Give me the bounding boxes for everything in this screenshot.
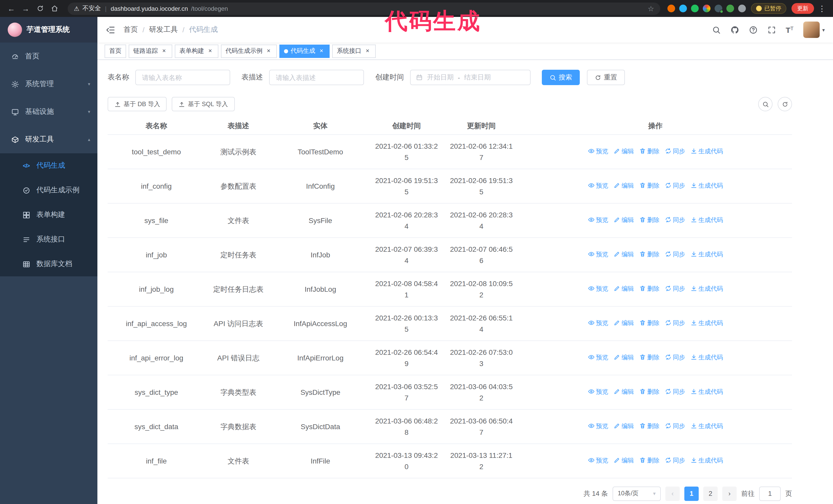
sidebar-item-infra[interactable]: 基础设施▾: [0, 98, 97, 126]
tab-close-icon[interactable]: ×: [207, 47, 214, 55]
forward-icon[interactable]: →: [20, 2, 32, 15]
breadcrumb-item[interactable]: 首页: [123, 25, 138, 34]
home-icon[interactable]: [48, 2, 61, 15]
fox-extension-icon[interactable]: [667, 5, 675, 12]
preview-link[interactable]: 预览: [588, 180, 608, 191]
tab-close-icon[interactable]: ×: [364, 47, 371, 55]
tab-代码生成示例[interactable]: 代码生成示例×: [221, 44, 277, 58]
generate-code-link[interactable]: 生成代码: [690, 146, 723, 157]
preview-link[interactable]: 预览: [588, 455, 608, 466]
page-button-1[interactable]: 1: [684, 486, 699, 501]
edit-link[interactable]: 编辑: [613, 146, 634, 157]
fullscreen-icon[interactable]: [767, 25, 776, 34]
colorful-extension-icon[interactable]: [703, 5, 711, 12]
edit-link[interactable]: 编辑: [613, 317, 634, 329]
generate-code-link[interactable]: 生成代码: [690, 421, 723, 432]
sidebar-item-system[interactable]: 系统管理▾: [0, 70, 97, 98]
import-db-button[interactable]: 基于 DB 导入: [108, 97, 167, 111]
app-logo-row[interactable]: 芋道管理系统: [0, 17, 97, 43]
preview-link[interactable]: 预览: [588, 352, 608, 363]
github-icon[interactable]: [730, 25, 739, 34]
sidebar-item-db-doc[interactable]: 数据库文档: [0, 252, 97, 277]
generate-code-link[interactable]: 生成代码: [690, 317, 723, 329]
edit-link[interactable]: 编辑: [613, 214, 634, 225]
page-button-2[interactable]: 2: [703, 486, 718, 501]
update-button[interactable]: 更新: [791, 3, 814, 14]
tab-链路追踪[interactable]: 链路追踪×: [129, 44, 172, 58]
delete-link[interactable]: 删除: [639, 283, 660, 294]
sync-link[interactable]: 同步: [665, 180, 685, 191]
edit-link[interactable]: 编辑: [613, 352, 634, 363]
browser-menu-icon[interactable]: ⋮: [816, 4, 828, 13]
tab-close-icon[interactable]: ×: [318, 47, 325, 55]
sidebar-item-dev-tools[interactable]: 研发工具▴: [0, 126, 97, 153]
edit-link[interactable]: 编辑: [613, 386, 634, 398]
sidebar-item-form-builder[interactable]: 表单构建: [0, 202, 97, 227]
sync-link[interactable]: 同步: [665, 352, 685, 363]
generate-code-link[interactable]: 生成代码: [690, 214, 723, 225]
sidebar-fold-icon[interactable]: [105, 25, 115, 34]
delete-link[interactable]: 删除: [639, 352, 660, 363]
sync-link[interactable]: 同步: [665, 283, 685, 294]
sync-link[interactable]: 同步: [665, 386, 685, 398]
sync-link[interactable]: 同步: [665, 421, 685, 432]
edit-link[interactable]: 编辑: [613, 283, 634, 294]
paused-badge[interactable]: 已暂停: [751, 3, 786, 14]
generate-code-link[interactable]: 生成代码: [690, 283, 723, 294]
address-bar[interactable]: ⚠ 不安全 | dashboard.yudao.iocoder.cn/tool/…: [68, 2, 660, 15]
edit-link[interactable]: 编辑: [613, 249, 634, 260]
generate-code-link[interactable]: 生成代码: [690, 352, 723, 363]
table-name-input[interactable]: [135, 70, 230, 85]
preview-link[interactable]: 预览: [588, 283, 608, 294]
reload-icon[interactable]: [34, 2, 46, 15]
user-menu[interactable]: ▾: [803, 22, 825, 38]
breadcrumb-item[interactable]: 研发工具: [149, 25, 178, 34]
tab-close-icon[interactable]: ×: [265, 47, 272, 55]
next-page-button[interactable]: ›: [722, 486, 737, 501]
generate-code-link[interactable]: 生成代码: [690, 180, 723, 191]
sync-link[interactable]: 同步: [665, 455, 685, 466]
back-icon[interactable]: ←: [5, 2, 18, 15]
delete-link[interactable]: 删除: [639, 180, 660, 191]
tab-表单构建[interactable]: 表单构建×: [175, 44, 218, 58]
refresh-table-button[interactable]: [778, 97, 792, 111]
import-sql-button[interactable]: 基于 SQL 导入: [172, 97, 235, 111]
tab-代码生成[interactable]: 代码生成×: [279, 44, 330, 58]
generate-code-link[interactable]: 生成代码: [690, 386, 723, 398]
sidebar-item-codegen-demo[interactable]: 代码生成示例: [0, 178, 97, 202]
sync-link[interactable]: 同步: [665, 317, 685, 329]
preview-link[interactable]: 预览: [588, 146, 608, 157]
delete-link[interactable]: 删除: [639, 421, 660, 432]
edit-link[interactable]: 编辑: [613, 421, 634, 432]
tab-close-icon[interactable]: ×: [161, 47, 168, 55]
leaf-extension-icon[interactable]: [727, 5, 734, 12]
search-button[interactable]: 搜索: [542, 70, 580, 85]
sidebar-item-codegen[interactable]: </>代码生成: [0, 153, 97, 178]
search-toggle-button[interactable]: [758, 97, 772, 111]
delete-link[interactable]: 删除: [639, 386, 660, 398]
generate-code-link[interactable]: 生成代码: [690, 455, 723, 466]
preview-link[interactable]: 预览: [588, 317, 608, 329]
page-size-select[interactable]: 10条/页 ▾: [613, 486, 661, 501]
sidebar-item-api[interactable]: 系统接口: [0, 227, 97, 252]
sync-link[interactable]: 同步: [665, 249, 685, 260]
pin-extension-icon[interactable]: [738, 5, 746, 12]
badged-extension-icon[interactable]: [715, 5, 722, 12]
goto-page-input[interactable]: [759, 486, 781, 501]
edit-link[interactable]: 编辑: [613, 180, 634, 191]
prev-page-button[interactable]: ‹: [665, 486, 680, 501]
tab-首页[interactable]: 首页: [104, 44, 126, 58]
reset-button[interactable]: 重置: [587, 70, 625, 85]
delete-link[interactable]: 删除: [639, 455, 660, 466]
green-check-extension-icon[interactable]: [691, 5, 699, 12]
tab-系统接口[interactable]: 系统接口×: [332, 44, 376, 58]
font-size-icon[interactable]: TT: [786, 25, 793, 34]
delete-link[interactable]: 删除: [639, 214, 660, 225]
edit-link[interactable]: 编辑: [613, 455, 634, 466]
delete-link[interactable]: 删除: [639, 317, 660, 329]
delete-link[interactable]: 删除: [639, 249, 660, 260]
table-desc-input[interactable]: [269, 70, 364, 85]
sync-link[interactable]: 同步: [665, 214, 685, 225]
preview-link[interactable]: 预览: [588, 249, 608, 260]
date-range-picker[interactable]: 开始日期 - 结束日期: [410, 70, 530, 85]
